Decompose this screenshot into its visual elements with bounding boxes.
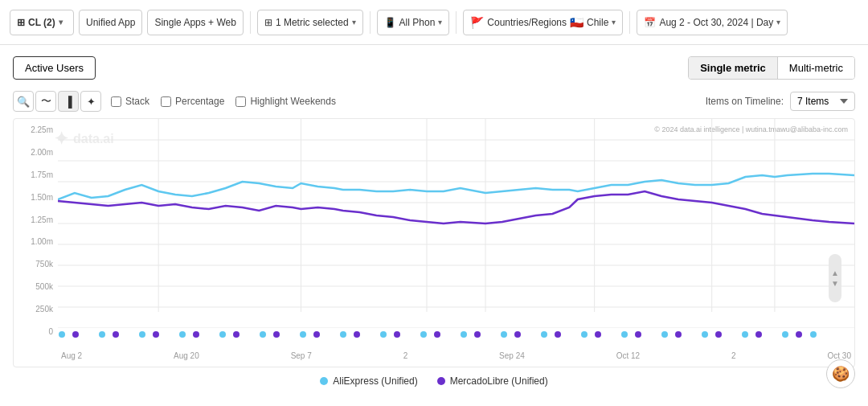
single-apps-tab[interactable]: Single Apps + Web [147,10,244,35]
svg-point-41 [541,331,547,338]
svg-point-51 [742,331,748,338]
svg-point-33 [380,331,387,338]
chart-legend: AliExpress (Unified) MercadoLibre (Unifi… [13,375,855,387]
metric-chevron-icon: ▾ [352,18,356,27]
cl-selector[interactable]: ⊞ CL (2) ▾ [10,10,74,35]
scroll-down-icon: ▼ [831,279,839,288]
y-label-150m: 1.50m [14,193,58,202]
content-area: Active Users Single metric Multi-metric … [0,45,868,398]
zoom-icon[interactable]: 🔍 [13,91,34,112]
svg-point-22 [153,331,159,338]
active-users-button[interactable]: Active Users [13,56,96,80]
cookie-button[interactable]: 🍪 [826,359,855,388]
svg-point-25 [219,331,226,338]
y-label-0: 0 [14,327,58,336]
y-label-100m: 1.00m [14,237,58,246]
svg-point-49 [702,331,708,338]
phone-selector[interactable]: 📱 All Phon ▾ [377,10,450,35]
svg-point-26 [233,331,240,338]
percentage-checkbox[interactable]: Percentage [161,96,224,107]
countries-selector[interactable]: 🚩 Countries/Regions 🇨🇱 Chile ▾ [463,10,623,35]
svg-point-46 [635,331,641,338]
calendar-icon: 📅 [644,17,656,28]
date-chevron-icon: ▾ [776,18,780,27]
metric-toggle: Single metric Multi-metric [688,56,855,80]
x-dots [58,326,854,342]
line-chart-icon[interactable]: 〜 [35,91,56,112]
svg-point-40 [514,331,521,338]
unified-app-tab[interactable]: Unified App [79,10,142,35]
svg-point-55 [810,331,817,338]
mercadolibre-label: MercadoLibre (Unified) [450,375,548,387]
chart-wrapper: ✦ data.ai © 2024 data.ai intelligence | … [13,118,855,367]
multi-metric-button[interactable]: Multi-metric [778,57,854,79]
svg-point-43 [581,331,588,338]
countries-chevron-icon: ▾ [612,18,616,27]
svg-point-36 [434,331,440,338]
divider-4 [629,11,630,34]
svg-point-44 [595,331,601,338]
y-label-125m: 1.25m [14,215,58,224]
svg-point-21 [139,331,145,338]
y-label-175m: 1.75m [14,170,58,179]
svg-point-38 [474,331,481,338]
scroll-up-icon: ▲ [831,269,839,277]
svg-point-27 [260,331,266,338]
svg-point-50 [715,331,722,338]
x-label-sep24: Sep 24 [499,351,525,360]
x-label-aug2: Aug 2 [61,351,82,360]
metric-selector[interactable]: ⊞ 1 Metric selected ▾ [257,10,363,35]
countries-label: Countries/Regions [487,17,567,28]
phone-label: All Phon [399,17,436,28]
svg-point-20 [113,331,119,338]
highlight-checkbox[interactable]: Highlight Weekends [235,96,336,107]
y-label-500k: 500k [14,282,58,291]
svg-point-28 [273,331,280,338]
svg-point-39 [501,331,507,338]
grid-icon: ⊞ [17,17,25,28]
y-label-750k: 750k [14,260,58,269]
timeline-label: Items on Timeline: [706,96,784,107]
svg-point-19 [99,331,105,338]
cookie-icon: 🍪 [832,365,850,383]
percentage-label: Percentage [175,96,224,107]
svg-point-42 [555,331,561,338]
divider-2 [370,11,371,34]
svg-point-24 [193,331,199,338]
legend-aliexpress: AliExpress (Unified) [320,375,417,387]
date-selector[interactable]: 📅 Aug 2 - Oct 30, 2024 | Day ▾ [637,10,788,35]
toolbar: ⊞ CL (2) ▾ Unified App Single Apps + Web… [0,0,868,45]
stack-label: Stack [125,96,149,107]
y-axis: 2.25m 2.00m 1.75m 1.50m 1.25m 1.00m 750k… [14,119,58,342]
svg-point-34 [394,331,400,338]
svg-point-32 [354,331,360,338]
top-row: Active Users Single metric Multi-metric [13,56,855,80]
timeline-select[interactable]: 7 Items 5 Items 10 Items All Items [790,92,855,111]
date-label: Aug 2 - Oct 30, 2024 | Day [659,17,773,28]
scroll-bar[interactable]: ▲ ▼ [829,254,841,302]
flag-icon: 🚩 [470,16,484,29]
single-metric-button[interactable]: Single metric [689,57,778,79]
svg-point-35 [420,331,427,338]
svg-point-45 [621,331,628,338]
settings-icon[interactable]: ✦ [80,91,101,112]
svg-point-17 [59,331,65,338]
chevron-down-icon: ▾ [59,18,63,27]
highlight-label: Highlight Weekends [250,96,336,107]
controls-row: 🔍 〜 ▐ ✦ Stack Percentage Highlight Weeke… [13,91,855,112]
metric-grid-icon: ⊞ [264,17,272,28]
aliexpress-label: AliExpress (Unified) [333,375,417,387]
cl-label: CL (2) [28,17,55,28]
chart-options: Stack Percentage Highlight Weekends [111,96,336,107]
stack-checkbox[interactable]: Stack [111,96,149,107]
chile-flag: 🇨🇱 [570,16,583,29]
x-label-oct12: Oct 12 [616,351,640,360]
x-label-aug20: Aug 20 [174,351,199,360]
x-label-oct30: Oct 30 [828,351,851,360]
divider-3 [456,11,457,34]
bar-chart-icon[interactable]: ▐ [58,91,79,112]
single-apps-label: Single Apps + Web [154,17,236,28]
svg-point-29 [300,331,306,338]
mercadolibre-dot [437,377,445,385]
aliexpress-dot [320,377,328,385]
